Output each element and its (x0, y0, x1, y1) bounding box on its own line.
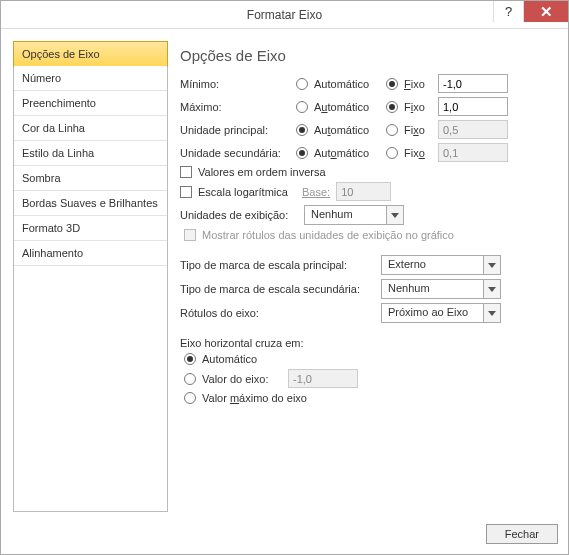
titlebar: Formatar Eixo ? ✕ (1, 1, 568, 29)
label-auto: Automático (314, 147, 380, 159)
label-minor-unit: Unidade secundária: (180, 147, 290, 159)
select-tick-major[interactable]: Externo (381, 255, 501, 275)
input-major-unit (438, 120, 508, 139)
row-reverse: Valores em ordem inversa (180, 166, 552, 178)
row-major-unit: Unidade principal: Automático Fixo (180, 120, 552, 139)
checkbox-show-unit-labels (184, 229, 196, 241)
radio-min-auto[interactable] (296, 78, 308, 90)
main-panel: Opções de Eixo Mínimo: Automático Fixo M… (176, 41, 556, 512)
sidebar-item-axis-options[interactable]: Opções de Eixo (13, 41, 168, 67)
format-axis-dialog: Formatar Eixo ? ✕ Opções de Eixo Número … (0, 0, 569, 555)
sidebar-item-soft-edges[interactable]: Bordas Suaves e Brilhantes (14, 191, 167, 216)
sidebar-item-alignment[interactable]: Alinhamento (14, 241, 167, 266)
label-auto: Automático (314, 124, 380, 136)
row-minimum: Mínimo: Automático Fixo (180, 74, 552, 93)
label-log-base: Base: (302, 186, 330, 198)
label-crosses-max: Valor máximo do eixo (202, 392, 307, 404)
label-fixed: Fixo (404, 78, 432, 90)
radio-minor-auto[interactable] (296, 147, 308, 159)
row-maximum: Máximo: Automático Fixo (180, 97, 552, 116)
chevron-down-icon (483, 280, 500, 298)
radio-major-auto[interactable] (296, 124, 308, 136)
sidebar-item-line-color[interactable]: Cor da Linha (14, 116, 167, 141)
row-axis-labels: Rótulos do eixo: Próximo ao Eixo (180, 303, 552, 323)
label-show-unit-labels: Mostrar rótulos das unidades de exibição… (202, 229, 454, 241)
row-crosses-max: Valor máximo do eixo (184, 392, 552, 404)
row-tick-major: Tipo de marca de escala principal: Exter… (180, 255, 552, 275)
label-display-units: Unidades de exibição: (180, 209, 298, 221)
crosses-group: Eixo horizontal cruza em: Automático Val… (180, 337, 552, 408)
select-display-units[interactable]: Nenhum (304, 205, 404, 225)
label-axis-labels: Rótulos do eixo: (180, 307, 375, 319)
input-maximum[interactable] (438, 97, 508, 116)
checkbox-log[interactable] (180, 186, 192, 198)
radio-crosses-auto[interactable] (184, 353, 196, 365)
chevron-down-icon (483, 256, 500, 274)
radio-crosses-max[interactable] (184, 392, 196, 404)
select-tick-major-value: Externo (382, 256, 483, 274)
select-axis-labels-value: Próximo ao Eixo (382, 304, 483, 322)
label-crosses-title: Eixo horizontal cruza em: (180, 337, 552, 349)
radio-max-fixed[interactable] (386, 101, 398, 113)
input-log-base (336, 182, 391, 201)
row-crosses-auto: Automático (184, 353, 552, 365)
close-button[interactable]: ✕ (523, 1, 568, 22)
checkbox-reverse[interactable] (180, 166, 192, 178)
select-tick-minor-value: Nenhum (382, 280, 483, 298)
sidebar-item-number[interactable]: Número (14, 66, 167, 91)
radio-min-fixed[interactable] (386, 78, 398, 90)
section-title: Opções de Eixo (180, 47, 552, 64)
titlebar-title: Formatar Eixo (1, 8, 568, 22)
sidebar-item-fill[interactable]: Preenchimento (14, 91, 167, 116)
label-log: Escala logarítmica (198, 186, 296, 198)
row-tick-minor: Tipo de marca de escala secundária: Nenh… (180, 279, 552, 299)
chevron-down-icon (483, 304, 500, 322)
titlebar-buttons: ? ✕ (493, 1, 568, 28)
label-auto: Automático (314, 101, 380, 113)
dialog-body: Opções de Eixo Número Preenchimento Cor … (1, 29, 568, 518)
input-crosses-value (288, 369, 358, 388)
row-log: Escala logarítmica Base: (180, 182, 552, 201)
label-crosses-auto: Automático (202, 353, 257, 365)
row-show-unit-labels: Mostrar rótulos das unidades de exibição… (184, 229, 552, 241)
label-minimum: Mínimo: (180, 78, 290, 90)
label-fixed: Fixo (404, 124, 432, 136)
sidebar-item-3d[interactable]: Formato 3D (14, 216, 167, 241)
select-axis-labels[interactable]: Próximo ao Eixo (381, 303, 501, 323)
input-minor-unit (438, 143, 508, 162)
label-reverse: Valores em ordem inversa (198, 166, 326, 178)
row-display-units: Unidades de exibição: Nenhum (180, 205, 552, 225)
radio-minor-fixed[interactable] (386, 147, 398, 159)
label-tick-major: Tipo de marca de escala principal: (180, 259, 375, 271)
label-fixed: Fixo (404, 147, 432, 159)
select-display-units-value: Nenhum (305, 206, 386, 224)
label-crosses-value: Valor do eixo: (202, 373, 282, 385)
close-dialog-button[interactable]: Fechar (486, 524, 558, 544)
row-minor-unit: Unidade secundária: Automático Fixo (180, 143, 552, 162)
input-minimum[interactable] (438, 74, 508, 93)
help-button[interactable]: ? (493, 1, 523, 22)
radio-crosses-value[interactable] (184, 373, 196, 385)
label-tick-minor: Tipo de marca de escala secundária: (180, 283, 375, 295)
label-fixed: Fixo (404, 101, 432, 113)
label-major-unit: Unidade principal: (180, 124, 290, 136)
sidebar-item-line-style[interactable]: Estilo da Linha (14, 141, 167, 166)
label-maximum: Máximo: (180, 101, 290, 113)
radio-major-fixed[interactable] (386, 124, 398, 136)
label-auto: Automático (314, 78, 380, 90)
sidebar-item-shadow[interactable]: Sombra (14, 166, 167, 191)
sidebar: Opções de Eixo Número Preenchimento Cor … (13, 41, 168, 512)
chevron-down-icon (386, 206, 403, 224)
select-tick-minor[interactable]: Nenhum (381, 279, 501, 299)
dialog-footer: Fechar (1, 518, 568, 554)
row-crosses-value: Valor do eixo: (184, 369, 552, 388)
radio-max-auto[interactable] (296, 101, 308, 113)
